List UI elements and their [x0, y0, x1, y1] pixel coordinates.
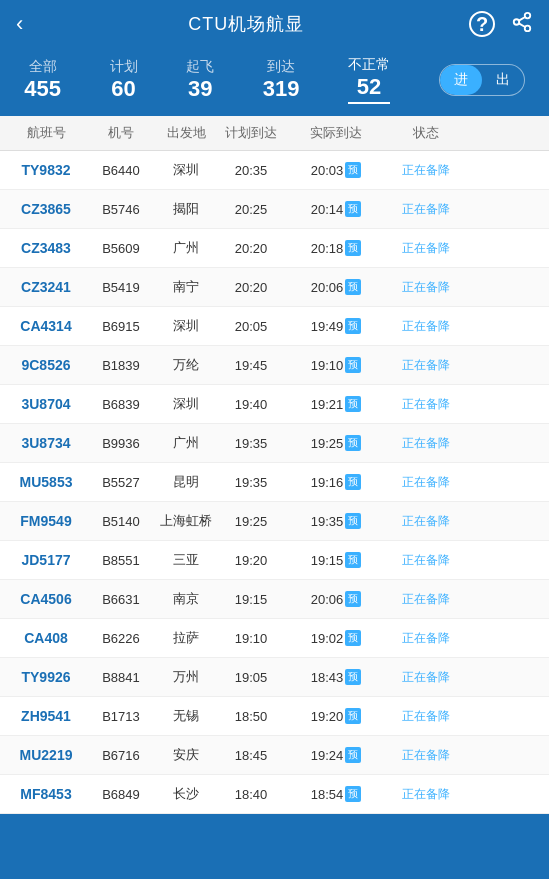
cell-flight: CA4506: [6, 591, 86, 607]
table-row[interactable]: CZ3241 B5419 南宁 20:20 20:06 预 正在备降: [0, 268, 549, 307]
cell-plane: B1713: [86, 709, 156, 724]
stat-arrived[interactable]: 到达 319: [263, 58, 300, 102]
cell-status: 正在备降: [386, 318, 466, 335]
cell-flight: JD5177: [6, 552, 86, 568]
cell-origin: 万州: [156, 668, 216, 686]
cell-origin: 南京: [156, 590, 216, 608]
cell-flight: FM9549: [6, 513, 86, 529]
cell-flight: MU2219: [6, 747, 86, 763]
early-badge: 预: [345, 708, 361, 724]
cell-scheduled: 20:20: [216, 241, 286, 256]
app-title: CTU机场航显: [188, 12, 304, 36]
table-row[interactable]: CZ3865 B5746 揭阳 20:25 20:14 预 正在备降: [0, 190, 549, 229]
cell-plane: B8551: [86, 553, 156, 568]
cell-origin: 拉萨: [156, 629, 216, 647]
cell-origin: 广州: [156, 239, 216, 257]
stat-arrived-value: 319: [263, 76, 300, 102]
table-row[interactable]: JD5177 B8551 三亚 19:20 19:15 预 正在备降: [0, 541, 549, 580]
cell-actual: 19:20 预: [286, 708, 386, 724]
actual-time: 18:54: [311, 787, 344, 802]
stat-abnormal[interactable]: 不正常 52: [348, 56, 390, 104]
cell-actual: 19:02 预: [286, 630, 386, 646]
cell-origin: 上海虹桥: [156, 512, 216, 530]
stat-abnormal-value: 52: [357, 74, 381, 100]
back-icon[interactable]: ‹: [16, 11, 23, 37]
cell-plane: B6716: [86, 748, 156, 763]
table-row[interactable]: TY9832 B6440 深圳 20:35 20:03 预 正在备降: [0, 151, 549, 190]
cell-actual: 19:16 预: [286, 474, 386, 490]
stat-departed[interactable]: 起飞 39: [186, 58, 214, 102]
cell-origin: 深圳: [156, 161, 216, 179]
table-row[interactable]: ZH9541 B1713 无锡 18:50 19:20 预 正在备降: [0, 697, 549, 736]
table-row[interactable]: MU2219 B6716 安庆 18:45 19:24 预 正在备降: [0, 736, 549, 775]
cell-flight: CZ3483: [6, 240, 86, 256]
cell-status: 正在备降: [386, 357, 466, 374]
stat-all-label: 全部: [29, 58, 57, 76]
cell-origin: 万纶: [156, 356, 216, 374]
table-row[interactable]: 3U8704 B6839 深圳 19:40 19:21 预 正在备降: [0, 385, 549, 424]
share-icon[interactable]: [511, 11, 533, 38]
toggle-arrivals[interactable]: 进: [440, 65, 482, 95]
cell-origin: 安庆: [156, 746, 216, 764]
early-badge: 预: [345, 240, 361, 256]
cell-plane: B6839: [86, 397, 156, 412]
cell-flight: TY9926: [6, 669, 86, 685]
stat-all[interactable]: 全部 455: [24, 58, 61, 102]
help-icon[interactable]: ?: [469, 11, 495, 37]
cell-scheduled: 19:05: [216, 670, 286, 685]
actual-time: 19:35: [311, 514, 344, 529]
cell-status: 正在备降: [386, 279, 466, 296]
cell-scheduled: 19:40: [216, 397, 286, 412]
table-row[interactable]: MU5853 B5527 昆明 19:35 19:16 预 正在备降: [0, 463, 549, 502]
cell-origin: 长沙: [156, 785, 216, 803]
cell-flight: ZH9541: [6, 708, 86, 724]
actual-time: 19:49: [311, 319, 344, 334]
cell-flight: 9C8526: [6, 357, 86, 373]
col-status: 状态: [386, 124, 466, 142]
table-row[interactable]: CA4506 B6631 南京 19:15 20:06 预 正在备降: [0, 580, 549, 619]
cell-scheduled: 18:40: [216, 787, 286, 802]
table-row[interactable]: CA408 B6226 拉萨 19:10 19:02 预 正在备降: [0, 619, 549, 658]
cell-flight: CZ3865: [6, 201, 86, 217]
table-row[interactable]: TY9926 B8841 万州 19:05 18:43 预 正在备降: [0, 658, 549, 697]
cell-plane: B5140: [86, 514, 156, 529]
cell-scheduled: 19:25: [216, 514, 286, 529]
table-row[interactable]: CZ3483 B5609 广州 20:20 20:18 预 正在备降: [0, 229, 549, 268]
early-badge: 预: [345, 747, 361, 763]
cell-origin: 广州: [156, 434, 216, 452]
actual-time: 19:25: [311, 436, 344, 451]
cell-actual: 18:54 预: [286, 786, 386, 802]
early-badge: 预: [345, 591, 361, 607]
table-row[interactable]: MF8453 B6849 长沙 18:40 18:54 预 正在备降: [0, 775, 549, 814]
table-row[interactable]: FM9549 B5140 上海虹桥 19:25 19:35 预 正在备降: [0, 502, 549, 541]
table-row[interactable]: CA4314 B6915 深圳 20:05 19:49 预 正在备降: [0, 307, 549, 346]
cell-plane: B1839: [86, 358, 156, 373]
cell-status: 正在备降: [386, 474, 466, 491]
stat-departed-label: 起飞: [186, 58, 214, 76]
stats-bar: 全部 455 计划 60 起飞 39 到达 319 不正常 52 进 出: [0, 48, 549, 116]
stat-scheduled[interactable]: 计划 60: [110, 58, 138, 102]
cell-actual: 19:10 预: [286, 357, 386, 373]
col-scheduled: 计划到达: [216, 124, 286, 142]
table-row[interactable]: 3U8734 B9936 广州 19:35 19:25 预 正在备降: [0, 424, 549, 463]
stat-departed-value: 39: [188, 76, 212, 102]
cell-actual: 20:03 预: [286, 162, 386, 178]
cell-plane: B6849: [86, 787, 156, 802]
table-row[interactable]: 9C8526 B1839 万纶 19:45 19:10 预 正在备降: [0, 346, 549, 385]
cell-origin: 南宁: [156, 278, 216, 296]
cell-actual: 19:21 预: [286, 396, 386, 412]
cell-scheduled: 20:20: [216, 280, 286, 295]
col-flight: 航班号: [6, 124, 86, 142]
toggle-departures[interactable]: 出: [482, 65, 524, 95]
early-badge: 预: [345, 552, 361, 568]
cell-status: 正在备降: [386, 552, 466, 569]
cell-actual: 18:43 预: [286, 669, 386, 685]
svg-line-3: [519, 23, 525, 27]
cell-scheduled: 19:20: [216, 553, 286, 568]
cell-origin: 无锡: [156, 707, 216, 725]
stat-all-value: 455: [24, 76, 61, 102]
stat-scheduled-label: 计划: [110, 58, 138, 76]
cell-status: 正在备降: [386, 708, 466, 725]
cell-status: 正在备降: [386, 786, 466, 803]
actual-time: 20:06: [311, 592, 344, 607]
